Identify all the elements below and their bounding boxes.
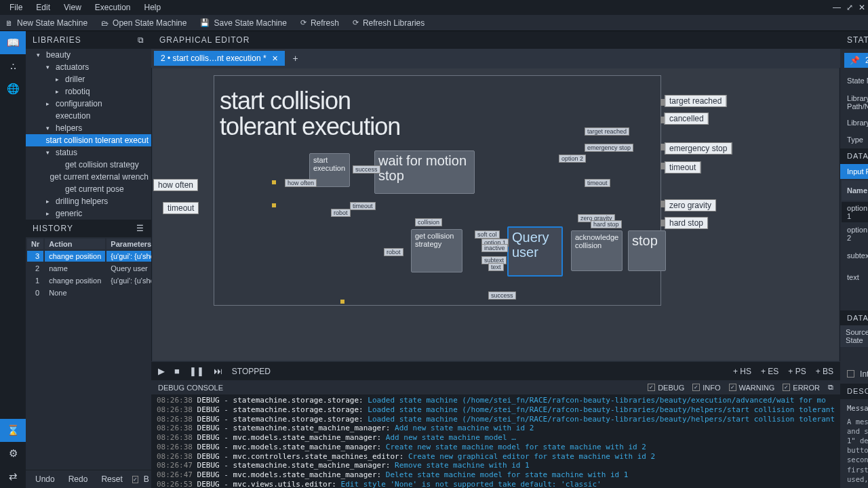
state-canvas[interactable]: start collisiontolerant execution start … [152, 68, 840, 361]
data-ports-table[interactable]: Name Data Type Used value option 1strCon… [840, 179, 868, 289]
data-port-tabs: Input Ports Output Ports Scoped Variable… [840, 164, 868, 179]
add-es-button[interactable]: + ES [761, 367, 778, 376]
sidebar-tab-swap[interactable]: ⇄ [0, 465, 26, 488]
sidebar-tab-tree[interactable]: ⛬ [0, 54, 26, 77]
undo-button[interactable]: Undo [31, 473, 59, 485]
window-close-icon[interactable]: ✕ [859, 3, 865, 12]
tree-item[interactable]: start collision tolerant execut [26, 134, 151, 146]
step-button[interactable]: ⏭ [214, 366, 222, 376]
column-icon[interactable]: ☰ [136, 224, 144, 233]
internal-checkbox[interactable] [847, 370, 854, 378]
log-line: 08:26:38 DEBUG - statemachine.storage.st… [157, 396, 835, 405]
open-sm-button[interactable]: 🗁Open State Machine [101, 18, 186, 28]
description-header: DESCRIPTION ↕☰ [840, 384, 868, 399]
wire-how-often: how often [285, 179, 317, 187]
data-ports-header: DATA PORTS ➦ [840, 148, 868, 164]
tab-add-button[interactable]: + [288, 50, 304, 66]
filter-error-checkbox[interactable] [783, 384, 790, 391]
tree-item[interactable]: ▸configuration [26, 98, 151, 110]
sidebar-tab-execution[interactable]: ⚙ [0, 442, 26, 465]
copy-icon[interactable]: ⧉ [828, 383, 833, 392]
tree-item[interactable]: ▸driller [26, 73, 151, 85]
tree-item[interactable]: get current external wrench [26, 171, 151, 183]
window-maximize-icon[interactable]: ⤢ [846, 3, 853, 12]
outcome-zero-gravity[interactable]: zero gravity [665, 199, 716, 211]
outcome-cancelled[interactable]: cancelled [665, 113, 709, 125]
sidebar-tab-libraries[interactable]: 📖 [0, 31, 26, 54]
port-row[interactable]: option 2strCancel [842, 224, 868, 244]
tree-item[interactable]: execution [26, 110, 151, 122]
tree-item[interactable]: ▸drilling helpers [26, 195, 151, 207]
log-line: 08:26:53 DEBUG - mvc.views.utils.editor:… [157, 480, 835, 488]
tree-item[interactable]: ▾status [26, 146, 151, 159]
refresh-libs-button[interactable]: ⟳Refresh Libraries [353, 18, 425, 28]
libraries-tree[interactable]: ▾beauty▾actuators▸driller▸robotiq▸config… [26, 49, 151, 220]
port-row[interactable]: textstrA soft collision was detected [842, 267, 868, 287]
copy-icon[interactable]: ⧉ [138, 35, 144, 45]
reset-button[interactable]: Reset [97, 473, 126, 485]
state-editor-tab[interactable]: 📌 2 • Query user ✕ [844, 53, 868, 68]
add-ps-button[interactable]: + PS [788, 367, 806, 376]
new-sm-button[interactable]: 🗎New State Machine [5, 18, 87, 28]
outcome-timeout[interactable]: timeout [665, 161, 701, 174]
outcome-target-reached[interactable]: target reached [665, 95, 726, 107]
state-machine-root[interactable]: start collisiontolerant execution start … [214, 75, 661, 306]
graphical-editor-header: GRAPHICAL EDITOR [151, 31, 840, 49]
input-how-often[interactable]: how often [153, 179, 198, 191]
menu-view[interactable]: View [57, 1, 88, 14]
play-button[interactable]: ▶ [158, 366, 165, 376]
port-row[interactable]: subtextstrChoose whether to contiue the … [842, 245, 868, 266]
menu-help[interactable]: Help [138, 1, 168, 14]
save-icon: 💾 [200, 18, 210, 27]
state-stop[interactable]: stop [628, 230, 666, 271]
redo-button[interactable]: Redo [64, 473, 92, 485]
tab-close-icon[interactable]: ✕ [272, 54, 278, 63]
state-acknowledge[interactable]: acknowledge collision [571, 230, 623, 271]
log-line: 08:26:38 DEBUG - statemachine.state_mach… [157, 424, 835, 433]
window-minimize-icon[interactable]: — [833, 3, 841, 12]
wire-collision: collision [415, 218, 442, 226]
tree-item[interactable]: ▾helpers [26, 122, 151, 134]
outcome-emergency-stop[interactable]: emergency stop [665, 142, 732, 155]
tree-item[interactable]: get current pose [26, 183, 151, 195]
tree-item[interactable]: ▸generic [26, 207, 151, 220]
tree-item[interactable]: ▾actuators [26, 61, 151, 73]
state-wait-for-motion-stop[interactable]: wait for motion stop [374, 150, 475, 194]
debug-console[interactable]: 08:26:38 DEBUG - statemachine.storage.st… [151, 394, 840, 488]
add-bs-button[interactable]: + BS [816, 367, 833, 376]
stop-button[interactable]: ■ [174, 366, 180, 376]
sidebar-tab-history[interactable]: ⌛ [0, 419, 26, 442]
port-row[interactable]: option 1strContinue [842, 202, 868, 222]
state-get-collision-strategy[interactable]: get collision strategy [411, 229, 462, 272]
wire-emergency-stop: emergency stop [585, 144, 633, 152]
filter-debug-checkbox[interactable] [648, 384, 655, 391]
history-row[interactable]: 3change position{u'gui': {u'show_c [27, 251, 172, 262]
state-query-user[interactable]: Query user [507, 226, 563, 277]
history-panel: Nr Action Parameters 3change position{u'… [26, 237, 151, 300]
history-row[interactable]: 1change position{u'gui': {u'show_c [27, 275, 172, 286]
history-row[interactable]: 2nameQuery user [27, 263, 172, 274]
pause-button[interactable]: ❚❚ [189, 366, 204, 376]
history-b-checkbox[interactable] [132, 476, 138, 483]
tree-item[interactable]: get collision strategy [26, 159, 151, 171]
tab-statemachine[interactable]: 2 • start collis…nt execution *✕ [154, 51, 285, 66]
filter-info-checkbox[interactable] [692, 384, 700, 391]
tree-item[interactable]: ▾beauty [26, 49, 151, 61]
menu-execution[interactable]: Execution [88, 1, 138, 14]
refresh-button[interactable]: ⟳Refresh [300, 18, 339, 28]
add-hs-button[interactable]: + HS [733, 367, 751, 376]
history-row[interactable]: 0None [27, 287, 172, 298]
sidebar-tab-network[interactable]: 🌐 [0, 77, 26, 100]
tree-item[interactable]: ▸robotiq [26, 85, 151, 98]
menubar: File Edit View Execution Help — ⤢ ✕ [0, 0, 868, 15]
tree-icon: ⛬ [8, 60, 18, 72]
menu-edit[interactable]: Edit [29, 1, 57, 14]
log-line: 08:26:38 DEBUG - statemachine.storage.st… [157, 415, 835, 424]
log-line: 08:26:38 DEBUG - mvc.models.state_machin… [157, 433, 835, 443]
tab-input-ports[interactable]: Input Ports [840, 164, 868, 179]
outcome-hard-stop[interactable]: hard stop [665, 217, 708, 229]
save-sm-button[interactable]: 💾Save State Machine [200, 18, 286, 28]
filter-warning-checkbox[interactable] [729, 384, 736, 391]
input-timeout[interactable]: timeout [163, 202, 199, 214]
menu-file[interactable]: File [3, 1, 29, 14]
